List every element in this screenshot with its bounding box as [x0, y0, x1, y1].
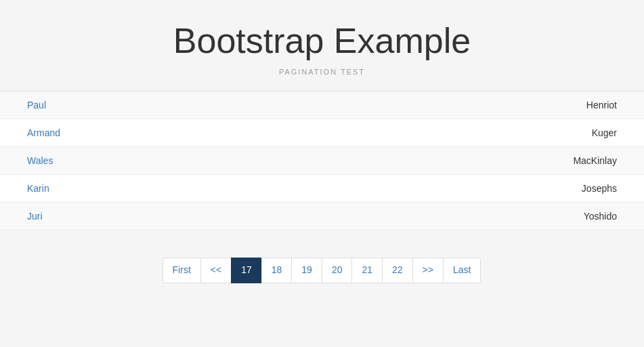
cell-first-name: Juri	[27, 211, 108, 222]
page-title: Bootstrap Example	[0, 20, 644, 61]
page-21-button[interactable]: 21	[351, 258, 383, 283]
cell-last-name: Henriot	[536, 100, 617, 110]
pagination-list: First<<171819202122>>Last	[163, 258, 481, 283]
pagination-item-page-21: 21	[352, 258, 383, 283]
page-wrapper: Bootstrap Example PAGINATION TEST PaulHe…	[0, 0, 644, 347]
pagination-item-next-next-page: >>	[413, 258, 444, 283]
page-19-button[interactable]: 19	[291, 258, 322, 283]
cell-first-name: Wales	[27, 155, 108, 166]
cell-last-name: Yoshido	[536, 211, 617, 222]
page-subtitle: PAGINATION TEST	[0, 68, 644, 84]
prev-prev-page-button[interactable]: <<	[200, 258, 232, 283]
page-18-button[interactable]: 18	[261, 258, 293, 283]
page-22-button[interactable]: 22	[382, 258, 413, 283]
cell-first-name: Paul	[27, 100, 108, 110]
pagination-item-page-22: 22	[383, 258, 413, 283]
pagination-section: First<<171819202122>>Last	[0, 230, 644, 304]
cell-last-name: Josephs	[536, 183, 617, 194]
pagination-item-page-19: 19	[292, 258, 322, 283]
header-section: Bootstrap Example PAGINATION TEST	[0, 0, 644, 91]
pagination-item-prev-prev-page: <<	[201, 258, 232, 283]
pagination-item-page-20: 20	[322, 258, 353, 283]
cell-last-name: Kuger	[536, 127, 617, 138]
first-page-button[interactable]: First	[163, 258, 201, 283]
table-row: PaulHenriot	[0, 91, 644, 119]
next-next-page-button[interactable]: >>	[412, 258, 444, 283]
page-20-button[interactable]: 20	[322, 258, 353, 283]
cell-last-name: MacKinlay	[536, 155, 617, 166]
cell-first-name: Karin	[27, 183, 108, 194]
table-row: KarinJosephs	[0, 175, 644, 203]
pagination-item-page-17: 17	[232, 258, 262, 283]
pagination-item-last-page: Last	[444, 258, 481, 283]
table-row: WalesMacKinlay	[0, 147, 644, 175]
pagination-item-page-18: 18	[262, 258, 293, 283]
pagination-item-first-page: First	[163, 258, 201, 283]
table-row: JuriYoshido	[0, 203, 644, 230]
table-row: ArmandKuger	[0, 119, 644, 147]
cell-first-name: Armand	[27, 127, 108, 138]
table-section: PaulHenriotArmandKugerWalesMacKinlayKari…	[0, 91, 644, 230]
last-page-button[interactable]: Last	[443, 258, 481, 283]
page-17-button[interactable]: 17	[231, 258, 262, 283]
pagination-nav: First<<171819202122>>Last	[163, 258, 481, 283]
